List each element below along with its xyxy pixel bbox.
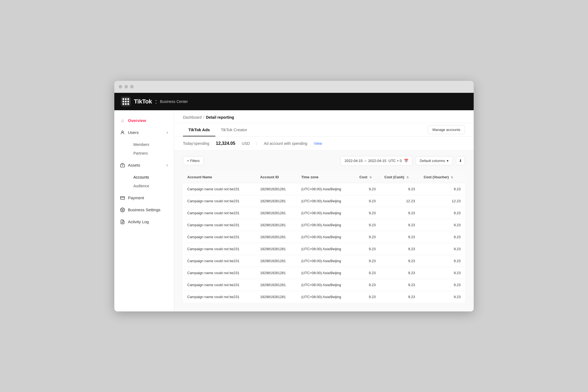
columns-selector[interactable]: Default columns ▾ [416, 156, 453, 165]
col-account-id: Account ID [256, 171, 297, 183]
stats-label: Today'spending [183, 141, 209, 146]
traffic-light-close[interactable] [119, 85, 122, 88]
traffic-light-minimize[interactable] [124, 85, 128, 88]
cell-timezone: (UTC+08:00) Asia/Beijing [297, 219, 355, 231]
cell-cost-voucher: 9.23 [419, 231, 465, 243]
cell-account-id: 1829819281281 [256, 267, 297, 279]
sidebar-item-overview[interactable]: ⌂ Overview [114, 115, 174, 127]
cell-cost-cash: 9.23 [380, 267, 419, 279]
cell-cost-voucher: 9.23 [419, 267, 465, 279]
cell-cost-cash: 9.23 [380, 243, 419, 255]
cell-cost-voucher: 9.23 [419, 183, 465, 195]
svg-point-0 [122, 131, 123, 133]
sort-icon-cost-voucher: ⇅ [451, 176, 453, 179]
cell-account-name: Campaign name could not be231 [183, 267, 256, 279]
app-logo: TikTok: Business Center [121, 97, 188, 106]
cell-cost-cash: 9.23 [380, 279, 419, 291]
sidebar-item-activity-log[interactable]: Activity Log [114, 216, 174, 228]
breadcrumb-parent[interactable]: Dashboard [183, 115, 202, 120]
col-cost[interactable]: Cost ⇅ [355, 171, 380, 183]
user-icon [120, 130, 125, 135]
sidebar-label-users: Users [128, 130, 139, 135]
cell-cost: 9.23 [355, 267, 380, 279]
sidebar-item-accounts[interactable]: Accounts [128, 173, 174, 182]
filters-button[interactable]: + Filters [183, 156, 204, 165]
cell-cost-voucher: 9.23 [419, 219, 465, 231]
svg-point-6 [122, 209, 123, 210]
table-row: Campaign name could not be231 1829819281… [183, 183, 465, 195]
cell-account-name: Campaign name could not be231 [183, 291, 256, 303]
cell-cost: 9.23 [355, 195, 380, 207]
cell-cost-cash: 12.23 [380, 195, 419, 207]
filters-row: + Filters 2022-04-15 ～ 2022-04-15 UTC + … [174, 151, 474, 171]
logo-tiktok: TikTok [134, 98, 152, 105]
cell-cost-cash: 9.23 [380, 183, 419, 195]
traffic-light-maximize[interactable] [130, 85, 134, 88]
cell-account-id: 1829819281281 [256, 255, 297, 267]
cell-timezone: (UTC+08:00) Asia/Beijing [297, 279, 355, 291]
cell-cost: 9.23 [355, 279, 380, 291]
cell-account-id: 1829819281281 [256, 291, 297, 303]
cell-account-id: 1829819281281 [256, 243, 297, 255]
sidebar-sub-assets: Accounts Audience [114, 171, 174, 192]
grid-icon[interactable] [121, 97, 131, 106]
sidebar-item-audience[interactable]: Audience [128, 182, 174, 190]
sidebar-item-payment[interactable]: Payment [114, 192, 174, 204]
settings-icon [120, 207, 125, 213]
cell-cost-cash: 9.23 [380, 291, 419, 303]
cell-account-id: 1829819281281 [256, 183, 297, 195]
cell-cost-voucher: 9.23 [419, 279, 465, 291]
cell-cost: 9.23 [355, 243, 380, 255]
stats-currency: USD [242, 141, 250, 146]
col-timezone: Time zone [297, 171, 355, 183]
cell-cost: 9.23 [355, 255, 380, 267]
sidebar-label-activity-log: Activity Log [128, 219, 149, 224]
title-bar [114, 81, 474, 93]
logo-colon: : [155, 98, 157, 105]
cell-cost: 9.23 [355, 207, 380, 219]
sidebar-item-partners[interactable]: Partners [128, 149, 174, 158]
cell-timezone: (UTC+08:00) Asia/Beijing [297, 231, 355, 243]
stats-value: 12,324.05 [216, 141, 235, 146]
cell-cost-voucher: 9.23 [419, 291, 465, 303]
manage-accounts-button[interactable]: Manage accounts [428, 125, 465, 134]
sidebar-label-overview: Overview [128, 118, 146, 123]
export-button[interactable]: ⬇ [456, 156, 465, 165]
cell-cost-cash: 9.23 [380, 219, 419, 231]
chevron-users: ∧ [166, 131, 169, 134]
sidebar-item-users[interactable]: Users ∧ [114, 127, 174, 139]
filters-right: 2022-04-15 ～ 2022-04-15 UTC + 0 📅 Defaul… [341, 156, 465, 166]
sidebar-label-assets: Assets [128, 163, 140, 167]
col-cost-voucher[interactable]: Cost (Voucher) ⇅ [419, 171, 465, 183]
col-cost-cash[interactable]: Cost (Cash) ⇅ [380, 171, 419, 183]
breadcrumb-separator: / [203, 115, 204, 120]
cell-cost: 9.23 [355, 291, 380, 303]
cell-account-id: 1829819281281 [256, 279, 297, 291]
cell-timezone: (UTC+08:00) Asia/Beijing [297, 255, 355, 267]
payment-icon [120, 195, 125, 201]
tabs-container: TikTok Ads TikTok Creator [183, 123, 253, 136]
app-header: TikTok: Business Center [114, 93, 474, 110]
cell-timezone: (UTC+08:00) Asia/Beijing [297, 267, 355, 279]
cell-account-name: Campaign name could not be231 [183, 207, 256, 219]
svg-rect-4 [121, 196, 125, 199]
sidebar-item-members[interactable]: Members [128, 140, 174, 149]
cell-cost-voucher: 9.23 [419, 255, 465, 267]
table-header-row: Account Name Account ID Time zone Cost ⇅… [183, 171, 465, 183]
cell-cost: 9.23 [355, 183, 380, 195]
main-content: Dashboard / Detail reporting TikTok Ads … [174, 110, 474, 311]
sidebar-item-business-settings[interactable]: Business Settings [114, 204, 174, 216]
sidebar-item-assets[interactable]: Assets ∧ [114, 159, 174, 171]
cell-account-id: 1829819281281 [256, 195, 297, 207]
tab-tiktok-ads[interactable]: TikTok Ads [183, 123, 215, 136]
cell-account-name: Campaign name could not be231 [183, 279, 256, 291]
calendar-icon: 📅 [404, 159, 408, 163]
date-range-picker[interactable]: 2022-04-15 ～ 2022-04-15 UTC + 0 📅 [341, 156, 412, 166]
cell-timezone: (UTC+08:00) Asia/Beijing [297, 207, 355, 219]
table-row: Campaign name could not be231 1829819281… [183, 195, 465, 207]
cell-cost-voucher: 12.23 [419, 195, 465, 207]
view-link[interactable]: View [314, 141, 322, 146]
sidebar-label-business-settings: Business Settings [128, 207, 160, 212]
tab-tiktok-creator[interactable]: TikTok Creator [215, 123, 253, 136]
table-row: Campaign name could not be231 1829819281… [183, 279, 465, 291]
